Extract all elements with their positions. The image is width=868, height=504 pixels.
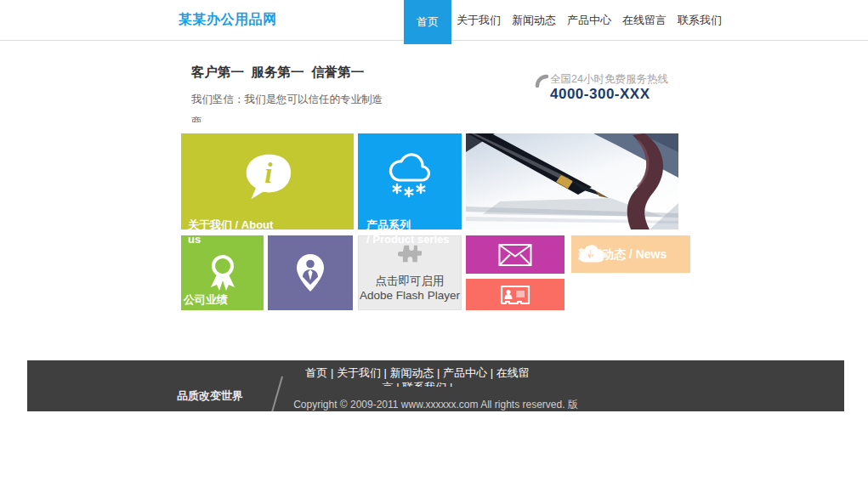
performance-tile-label[interactable]: 公司业绩: [184, 293, 228, 308]
info-speech-bubble-icon: i: [242, 153, 293, 202]
phone-handset-icon: [535, 74, 549, 88]
about-tile-label[interactable]: 关于我们 / About us: [188, 218, 358, 246]
products-tile-label[interactable]: 产品系列 / Product series: [366, 218, 536, 246]
map-pin-person-icon: [296, 254, 325, 292]
hero-subtitle: 我们坚信：我们是您可以信任的专业制造 商: [191, 88, 395, 122]
envelope-icon: [498, 243, 532, 266]
id-card-icon: [500, 285, 530, 305]
pen-photo: [466, 133, 678, 229]
tile-about[interactable]: i: [181, 133, 354, 229]
tile-photo-pen[interactable]: [466, 133, 678, 229]
snow-cloud-icon: [385, 150, 434, 202]
news-tile-label: 新闻动态 / News: [578, 247, 667, 262]
hotline-label: 全国24小时免费服务热线: [550, 72, 668, 87]
flash-line2: Adobe Flash Player: [359, 288, 461, 303]
nav-item-products[interactable]: 产品中心: [567, 13, 611, 28]
svg-text:i: i: [264, 157, 273, 189]
tile-news[interactable]: 新闻动态 / News: [571, 235, 690, 273]
nav-item-message[interactable]: 在线留言: [622, 13, 667, 28]
header: 某某办公用品网 首页 关于我们 新闻动态 产品中心 在线留言 联系我们: [0, 0, 868, 41]
nav-item-home-active[interactable]: 首页: [404, 0, 451, 44]
page: 某某办公用品网 首页 关于我们 新闻动态 产品中心 在线留言 联系我们 客户第一…: [0, 0, 868, 504]
flash-placeholder[interactable]: 点击即可启用 Adobe Flash Player: [358, 235, 462, 310]
award-ribbon-icon: [207, 254, 238, 292]
flash-line1: 点击即可启用: [359, 274, 461, 288]
header-nav: 关于我们 新闻动态 产品中心 在线留言 联系我们: [457, 0, 722, 41]
hero-title: 客户第一 服务第一 信誉第一: [191, 64, 364, 82]
nav-item-about[interactable]: 关于我们: [457, 13, 501, 28]
footer: 首页 | 关于我们 | 新闻动态 | 产品中心 | 在线留言 | 联系我们 | …: [27, 360, 844, 411]
puzzle-piece-icon: [398, 244, 422, 266]
tile-products[interactable]: [358, 133, 462, 229]
footer-copyright: Copyright © 2009-2011 www.xxxxxx.com All…: [27, 398, 844, 411]
footer-nav[interactable]: 首页 | 关于我们 | 新闻动态 | 产品中心 | 在线留言 | 联系我们 |: [303, 365, 532, 387]
tile-location[interactable]: [268, 235, 353, 310]
nav-item-contact[interactable]: 联系我们: [678, 13, 722, 28]
tile-gallery[interactable]: [466, 279, 564, 310]
hotline-number: 4000-300-XXX: [550, 86, 650, 103]
site-logo[interactable]: 某某办公用品网: [179, 11, 277, 29]
flash-enable-text: 点击即可启用 Adobe Flash Player: [359, 274, 461, 303]
nav-item-news[interactable]: 新闻动态: [512, 13, 556, 28]
